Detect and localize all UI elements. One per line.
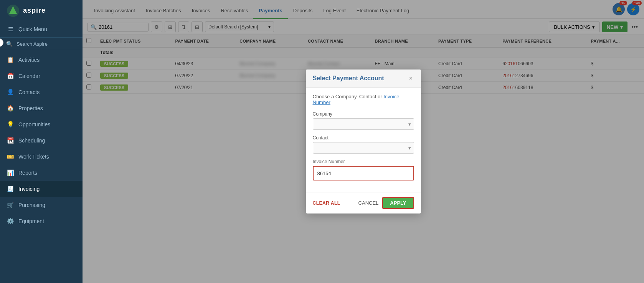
contact-form-group: Contact [313, 135, 414, 154]
sidebar-item-label: Contacts [18, 89, 40, 95]
sidebar-item-scheduling[interactable]: 📆 Scheduling [0, 132, 83, 149]
sidebar-item-opportunities[interactable]: 💡 Opportunities [0, 116, 83, 132]
invoice-number-field-wrapper [313, 166, 414, 180]
equipment-icon: ⚙️ [6, 217, 15, 225]
sidebar-item-label: Work Tickets [18, 154, 49, 160]
sidebar-item-work-tickets[interactable]: 🎫 Work Tickets [0, 149, 83, 165]
contact-select[interactable] [313, 142, 414, 154]
search-icon: 🔍 [6, 41, 13, 47]
company-form-group: Company [313, 111, 414, 130]
activities-icon: 📋 [6, 56, 15, 64]
sidebar-item-properties[interactable]: 🏠 Properties [0, 100, 83, 116]
modal-title: Select Payment Account [313, 75, 384, 82]
modal-close-button[interactable]: × [407, 75, 414, 82]
calendar-icon: 📅 [6, 72, 15, 80]
app-logo: aspire [0, 0, 83, 21]
modal-subtitle: Choose a Company, Contact or Invoice Num… [313, 94, 414, 105]
sidebar-item-label: Activities [18, 57, 40, 63]
invoice-number-link: Invoice Number [313, 94, 400, 105]
sidebar-item-calendar[interactable]: 📅 Calendar [0, 68, 83, 84]
sidebar-item-equipment[interactable]: ⚙️ Equipment [0, 213, 83, 229]
company-select-wrapper [313, 118, 414, 130]
main-content: Invoicing Assistant Invoice Batches Invo… [83, 0, 644, 283]
sidebar-item-label: Invoicing [18, 186, 40, 192]
contact-select-wrapper [313, 142, 414, 154]
sidebar-item-label: Calendar [18, 73, 40, 79]
sidebar-item-activities[interactable]: 📋 Activities [0, 52, 83, 68]
cancel-button[interactable]: CANCEL [358, 200, 379, 206]
reports-icon: 📊 [6, 169, 15, 177]
contact-label: Contact [313, 135, 414, 141]
sidebar-item-label: Quick Menu [18, 26, 47, 32]
sidebar-item-label: Opportunities [18, 121, 50, 127]
modal-footer: CLEAR ALL CANCEL APPLY [306, 192, 421, 213]
aspire-logo-icon [6, 4, 20, 18]
sidebar-item-quick-menu[interactable]: ☰ Quick Menu [0, 21, 83, 37]
select-payment-account-modal: Select Payment Account × Choose a Compan… [306, 70, 421, 213]
contacts-icon: 👤 [6, 88, 15, 96]
company-label: Company [313, 111, 414, 117]
work-tickets-icon: 🎫 [6, 152, 15, 161]
properties-icon: 🏠 [6, 104, 15, 113]
opportunities-icon: 💡 [6, 120, 15, 129]
sidebar-item-invoicing[interactable]: 🧾 Invoicing [0, 181, 83, 197]
sidebar-search-label: Search Aspire [17, 41, 48, 47]
sidebar-item-purchasing[interactable]: 🛒 Purchasing [0, 197, 83, 213]
invoice-number-form-group: Invoice Number [313, 159, 414, 180]
invoice-number-input[interactable] [314, 167, 413, 179]
sidebar-item-label: Scheduling [18, 137, 45, 144]
quick-menu-icon: ☰ [6, 25, 15, 33]
company-select[interactable] [313, 118, 414, 130]
sidebar: aspire ☰ Quick Menu 🔍 Search Aspire 📋 Ac… [0, 0, 83, 283]
sidebar-item-label: Equipment [18, 218, 44, 224]
sidebar-item-reports[interactable]: 📊 Reports [0, 165, 83, 181]
sidebar-item-contacts[interactable]: 👤 Contacts [0, 84, 83, 100]
sidebar-item-search-aspire[interactable]: 🔍 Search Aspire [0, 37, 83, 50]
sidebar-item-label: Properties [18, 105, 43, 111]
modal-header: Select Payment Account × [306, 70, 421, 88]
scheduling-icon: 📆 [6, 136, 15, 145]
invoicing-icon: 🧾 [6, 185, 15, 193]
purchasing-icon: 🛒 [6, 201, 15, 209]
sidebar-item-label: Purchasing [18, 202, 45, 208]
invoice-number-label: Invoice Number [313, 159, 414, 164]
modal-overlay[interactable]: Select Payment Account × Choose a Compan… [83, 0, 644, 283]
apply-button[interactable]: APPLY [382, 197, 414, 209]
sidebar-item-label: Reports [18, 170, 37, 176]
modal-body: Choose a Company, Contact or Invoice Num… [306, 88, 421, 192]
clear-all-button[interactable]: CLEAR ALL [313, 200, 340, 206]
app-name: aspire [23, 7, 46, 15]
